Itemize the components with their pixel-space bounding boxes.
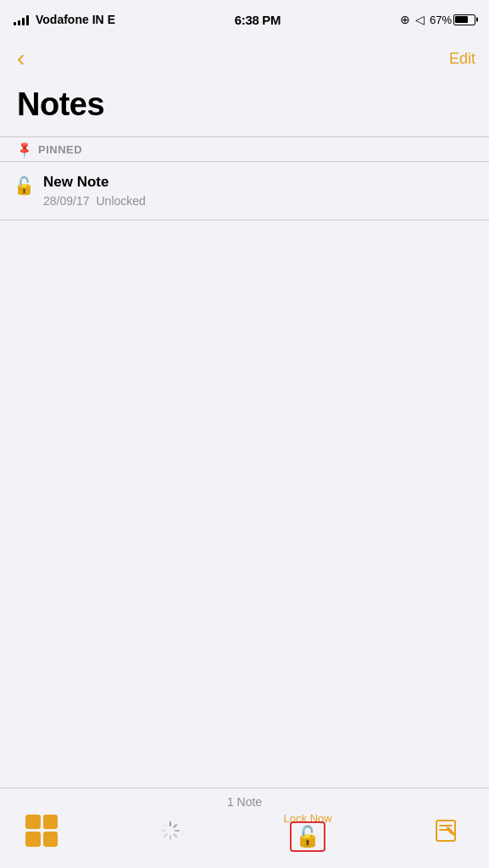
edit-button[interactable]: Edit xyxy=(449,50,475,68)
unlocked-lock-icon: 🔓 xyxy=(14,175,35,196)
note-status: Unlocked xyxy=(97,194,146,208)
svg-line-3 xyxy=(175,834,177,837)
toolbar-icons: Lock Now 🔓 xyxy=(0,812,489,849)
spinner-icon xyxy=(158,819,182,843)
gallery-button[interactable] xyxy=(25,815,58,847)
spinner-button[interactable] xyxy=(158,819,182,843)
svg-line-7 xyxy=(164,824,167,826)
grid-icon xyxy=(25,815,58,847)
note-title: New Note xyxy=(43,174,472,191)
location-icon: ⊕ xyxy=(400,13,410,26)
status-bar: Vodafone IN E 6:38 PM ⊕ ◁ 67% xyxy=(0,0,489,37)
page-title: Notes xyxy=(17,86,472,123)
note-item[interactable]: 🔓 New Note 28/09/17 Unlocked xyxy=(0,162,489,220)
compose-button[interactable] xyxy=(433,815,464,846)
note-list: 🔓 New Note 28/09/17 Unlocked xyxy=(0,162,489,220)
lock-now-button[interactable]: Lock Now 🔓 xyxy=(284,812,332,849)
carrier-label: Vodafone IN xyxy=(36,13,104,26)
signal-bars-icon xyxy=(14,14,29,25)
navigation-icon: ◁ xyxy=(415,13,425,26)
battery-fill xyxy=(455,16,467,23)
status-right: ⊕ ◁ 67% xyxy=(400,13,475,26)
note-meta: 28/09/17 Unlocked xyxy=(43,194,472,208)
red-highlight-border xyxy=(290,821,325,852)
note-content: New Note 28/09/17 Unlocked xyxy=(43,174,472,208)
content-area xyxy=(0,220,489,644)
pin-icon: 📌 xyxy=(14,139,34,159)
pinned-label: PINNED xyxy=(38,143,82,156)
compose-icon xyxy=(433,815,464,846)
note-count-label: 1 Note xyxy=(227,795,262,809)
status-left: Vodafone IN E xyxy=(14,13,115,26)
battery-percent-label: 67% xyxy=(430,14,452,26)
lock-now-icon-wrapper: 🔓 xyxy=(295,825,320,849)
note-date: 28/09/17 xyxy=(43,194,90,208)
nav-bar: ‹ Edit xyxy=(0,37,489,80)
battery-container: 67% xyxy=(430,14,475,26)
svg-line-1 xyxy=(175,824,177,826)
battery-icon xyxy=(453,14,475,25)
back-button[interactable]: ‹ xyxy=(14,43,28,74)
bottom-toolbar: 1 Note xyxy=(0,787,489,868)
page-title-container: Notes xyxy=(0,80,489,136)
time-label: 6:38 PM xyxy=(235,13,281,27)
pinned-section-header: 📌 PINNED xyxy=(0,136,489,162)
network-type-label: E xyxy=(108,13,115,26)
svg-line-5 xyxy=(164,834,167,837)
